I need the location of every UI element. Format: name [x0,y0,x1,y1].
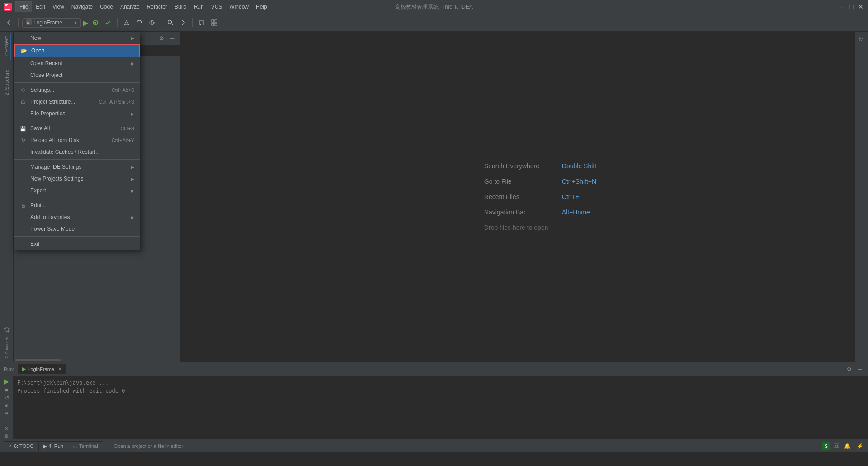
file-menu-print[interactable]: 🖨 Print... [14,200,140,211]
todo-tab[interactable]: ✓ 6: TODO [4,441,39,451]
run-with-coverage-button[interactable] [103,17,113,28]
export-label: Export [30,187,46,194]
shortcut-row-navbar: Navigation Bar Alt+Home [484,209,590,216]
bookmarks-button[interactable] [196,17,207,28]
recent-icon [19,60,27,67]
file-menu-settings[interactable]: ⚙ Settings... Ctrl+Alt+S [14,84,140,96]
gear-icon[interactable]: ⚙ [157,34,166,43]
status-right: S 五 🔔 ⚡ [822,442,864,451]
file-menu-file-properties[interactable]: File Properties ▶ [14,108,140,119]
menu-navigate[interactable]: Navigate [68,2,96,12]
update-button[interactable]: ↻ [146,17,157,28]
new-projects-settings-icon [19,175,27,182]
horizontal-scrollbar[interactable] [14,358,180,362]
scroll-down-icon[interactable]: ▼ [4,404,9,409]
back-button[interactable] [4,17,14,28]
todo-icon: ✓ [8,443,12,449]
wrap-icon[interactable]: ↵ [5,410,9,416]
menu-help[interactable]: Help [252,2,271,12]
find-usages-button[interactable] [165,17,176,28]
new-arrow-icon: ▶ [131,36,134,41]
notifications-icon[interactable]: 🔔 [843,442,852,451]
file-menu-open[interactable]: 📂 Open... [14,44,140,57]
shortcut-row-goto: Go to File Ctrl+Shift+N [484,178,596,185]
file-menu-manage-ide[interactable]: Manage IDE Settings ▶ [14,161,140,173]
shortcut-label-navbar: Navigation Bar [484,209,557,216]
project-structure-shortcut: Ctrl+Alt+Shift+S [99,99,134,105]
run-play-icon[interactable]: ▶ [4,378,9,385]
sync-button[interactable] [134,17,145,28]
shortcut-row-recent: Recent Files Ctrl+E [484,193,580,200]
build-project-button[interactable] [121,17,132,28]
maximize-button[interactable]: □ [848,3,855,10]
menu-analyze[interactable]: Analyze [117,2,143,12]
print-label: Print... [30,202,46,209]
favorites-tool-button[interactable] [2,324,12,334]
file-menu-invalidate-caches[interactable]: Invalidate Caches / Restart... [14,146,140,158]
menu-build[interactable]: Build [171,2,190,12]
shortcut-key-recent: Ctrl+E [562,193,580,200]
clear-output-icon[interactable]: 🗑 [4,433,9,439]
terminal-label: Terminal [79,443,98,449]
run-tab[interactable]: ▶ 4: Run [39,441,68,451]
debug-button[interactable] [90,17,101,28]
scrollbar-thumb[interactable] [15,359,61,361]
file-menu-new-projects-settings[interactable]: New Projects Settings ▶ [14,173,140,185]
run-rerun-icon[interactable]: ↺ [5,395,9,401]
terminal-tab[interactable]: ▭ Terminal [68,441,103,451]
main-area: 1: Project 2: Structure 2: Favorites 1: … [0,32,868,452]
menu-window[interactable]: Window [226,2,252,12]
menu-edit[interactable]: Edit [32,2,49,12]
minimize-run-panel-icon[interactable]: ─ [855,365,864,374]
run-button[interactable]: ▶ [83,19,88,27]
file-menu-open-recent[interactable]: Open Recent ▶ [14,57,140,69]
run-panel-tab-loginframe[interactable]: ▶ LoginFrame ✕ [18,364,66,374]
close-tab-icon[interactable]: ✕ [58,366,61,371]
project-tool-button[interactable]: 1: Project [3,33,11,60]
close-run-panel-icon[interactable]: ✕ [5,426,9,432]
invalidate-caches-label: Invalidate Caches / Restart... [30,149,100,155]
run-stop-icon[interactable]: ■ [5,387,8,393]
separator-3 [14,159,140,160]
file-menu-exit[interactable]: Exit [14,238,140,250]
svg-point-7 [94,22,96,24]
close-project-label: Close Project [30,72,62,78]
settings-run-panel-icon[interactable]: ⚙ [844,365,854,374]
menu-file[interactable]: File [15,1,32,12]
file-menu-new[interactable]: New ▶ [14,32,140,44]
input-method-icon[interactable]: S [822,442,830,450]
file-menu-close-project[interactable]: Close Project [14,69,140,81]
file-menu-export[interactable]: Export ▶ [14,185,140,196]
titlebar-controls: ─ □ ✕ [839,3,864,10]
file-menu-project-structure[interactable]: 🗂 Project Structure... Ctrl+Alt+Shift+S [14,96,140,108]
menu-vcs[interactable]: VCS [208,2,226,12]
layout-button[interactable] [209,17,220,28]
file-menu-power-save[interactable]: Power Save Mode [14,223,140,235]
run-config-label: LoginFrame [33,19,62,26]
bottom-tool-tabs: ✓ 6: TODO ▶ 4: Run ▭ Terminal [4,441,103,451]
menu-view[interactable]: View [49,2,68,12]
run-panel-content: F:\soft\jdk\bin\java.exe ... Process fin… [14,376,128,439]
file-menu-add-favorites[interactable]: Add to Favorites ▶ [14,211,140,223]
run-configuration-selector[interactable]: ▶ LoginFrame ▾ [22,18,81,28]
run-label: 4: Run [49,443,63,449]
shortcuts-display: Search Everywhere Double Shift Go to Fil… [484,162,596,231]
intellij-logo-icon [4,3,12,11]
file-menu-save-all[interactable]: 💾 Save All Ctrl+S [14,123,140,134]
minimize-button[interactable]: ─ [839,3,846,10]
file-menu-reload[interactable]: ↻ Reload All from Disk Ctrl+Alt+Y [14,134,140,146]
close-button[interactable]: ✕ [857,3,864,10]
run-panel-header: Run: ▶ LoginFrame ✕ ⚙ ─ [0,362,868,376]
menu-run[interactable]: Run [190,2,208,12]
titlebar-title: 高校教材管理系统 - IntelliJ IDEA [395,3,473,11]
menu-refactor[interactable]: Refactor [143,2,171,12]
power-icon[interactable]: ⚡ [855,442,864,451]
minimize-panel-icon[interactable]: ─ [168,34,177,43]
structure-tool-button[interactable]: 2: Structure [3,67,10,98]
maven-icon[interactable]: M [856,33,868,45]
titlebar-left: File Edit View Navigate Code Analyze Ref… [4,1,271,12]
svg-text:↻: ↻ [151,20,154,25]
menu-code[interactable]: Code [96,2,117,12]
project-structure-label: Project Structure... [30,99,75,105]
redo-button[interactable] [178,17,189,28]
